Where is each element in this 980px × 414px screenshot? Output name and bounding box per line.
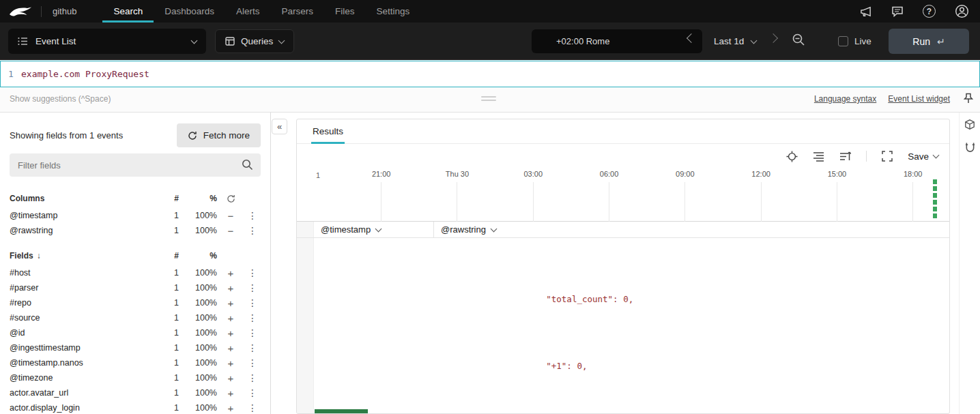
live-checkbox[interactable] — [838, 36, 848, 46]
field-menu-icon[interactable]: ⋮ — [244, 268, 261, 278]
editor-resize-handle[interactable] — [481, 96, 496, 103]
nav-item[interactable]: Parsers — [271, 0, 325, 23]
toolbar-divider — [866, 151, 867, 162]
field-menu-icon[interactable]: ⋮ — [244, 328, 261, 338]
field-row[interactable]: @id 1 100% + ⋮ — [10, 325, 261, 340]
field-row[interactable]: actor.display_login 1 100% + ⋮ — [10, 400, 261, 414]
field-row[interactable]: @ingesttimestamp 1 100% + ⋮ — [10, 340, 261, 355]
add-column-button[interactable]: + — [217, 298, 244, 308]
time-forward-icon[interactable] — [768, 33, 778, 43]
field-row[interactable]: #host 1 100% + ⋮ — [10, 265, 261, 280]
enter-key-icon: ↵ — [937, 36, 945, 47]
search-toolbar: Event List Queries +02:00 Rome Last 1d L… — [0, 23, 980, 60]
field-menu-icon[interactable]: ⋮ — [244, 283, 261, 293]
crosshair-icon[interactable] — [786, 151, 798, 162]
fetch-more-button[interactable]: Fetch more — [177, 123, 261, 147]
field-menu-icon[interactable]: ⋮ — [244, 298, 261, 308]
field-menu-icon[interactable]: ⋮ — [244, 388, 261, 398]
add-column-button[interactable]: + — [217, 388, 244, 398]
save-button[interactable]: Save — [908, 151, 938, 162]
field-menu-icon[interactable]: ⋮ — [244, 211, 261, 220]
nav-item[interactable]: Dashboards — [154, 0, 225, 23]
column-header-rawstring[interactable]: @rawstring — [434, 222, 949, 237]
help-icon[interactable]: ? — [923, 5, 936, 18]
field-row[interactable]: actor.avatar_url 1 100% + ⋮ — [10, 385, 261, 400]
field-name: @timestamp.nanos — [10, 358, 157, 368]
tab-results[interactable]: Results — [311, 119, 345, 144]
column-row[interactable]: @rawstring 1 100% − ⋮ — [10, 223, 261, 238]
field-menu-icon[interactable]: ⋮ — [244, 358, 261, 368]
field-menu-icon[interactable]: ⋮ — [244, 403, 261, 413]
feedback-chat-icon[interactable] — [891, 5, 904, 17]
announcements-icon[interactable] — [859, 5, 872, 17]
json-text: "total_count": 0, — [546, 294, 633, 304]
main-nav: Search Dashboards Alerts Parsers Files S… — [102, 0, 420, 23]
magnet-panel-icon[interactable] — [962, 140, 977, 155]
field-name: @id — [10, 328, 157, 338]
field-row[interactable]: #repo 1 100% + ⋮ — [10, 295, 261, 310]
fullscreen-icon[interactable] — [882, 151, 893, 162]
query-text[interactable]: example.com ProxyRequest — [21, 69, 149, 79]
column-header-timestamp[interactable]: @timestamp — [314, 222, 434, 237]
field-menu-icon[interactable]: ⋮ — [244, 343, 261, 353]
nav-item[interactable]: Alerts — [225, 0, 271, 23]
remove-column-button[interactable]: − — [217, 226, 244, 236]
queries-button[interactable]: Queries — [215, 29, 294, 53]
field-row[interactable]: #parser 1 100% + ⋮ — [10, 280, 261, 295]
falcon-logo-icon[interactable] — [0, 0, 41, 23]
zoom-out-icon[interactable] — [792, 33, 805, 46]
field-menu-icon[interactable]: ⋮ — [244, 226, 261, 235]
row-density-icon[interactable] — [813, 151, 824, 162]
add-column-button[interactable]: + — [217, 358, 244, 368]
field-row[interactable]: @timestamp.nanos 1 100% + ⋮ — [10, 355, 261, 370]
sort-order-icon[interactable] — [839, 151, 851, 162]
refresh-columns-icon[interactable] — [227, 194, 235, 203]
time-range-select[interactable]: Last 1d — [710, 29, 760, 53]
field-row[interactable]: #source 1 100% + ⋮ — [10, 310, 261, 325]
nav-item[interactable]: Search — [102, 0, 154, 23]
add-column-button[interactable]: + — [217, 268, 244, 278]
field-count: 1 — [157, 226, 179, 235]
next-event-timestamp-highlight — [315, 409, 368, 413]
chevron-down-icon — [191, 37, 198, 44]
view-type-select[interactable]: Event List — [8, 29, 206, 54]
events-timeline-chart[interactable]: 1 21:00 Thu 30 03:00 06:00 — [297, 168, 949, 222]
add-column-button[interactable]: + — [217, 403, 244, 413]
results-tabs: Results — [297, 119, 949, 144]
field-count: 1 — [157, 328, 179, 338]
language-syntax-link[interactable]: Language syntax — [814, 94, 876, 104]
run-button[interactable]: Run ↵ — [889, 29, 969, 54]
add-column-button[interactable]: + — [217, 313, 244, 323]
add-column-button[interactable]: + — [217, 283, 244, 293]
field-percent: 100% — [179, 388, 217, 398]
pin-editor-icon[interactable] — [964, 93, 973, 104]
fields-rows: #host 1 100% + ⋮ #parser 1 100% + ⋮ #rep… — [10, 265, 261, 414]
collapse-panel-button[interactable]: « — [272, 119, 287, 134]
user-avatar[interactable] — [955, 4, 969, 18]
sort-descending-icon[interactable]: ↓ — [37, 251, 41, 261]
column-row[interactable]: @timestamp 1 100% − ⋮ — [10, 208, 261, 223]
field-percent: 100% — [179, 268, 217, 278]
tick-label: 09:00 — [647, 170, 723, 178]
add-column-button[interactable]: + — [217, 343, 244, 353]
navbar-right-icons: ? — [859, 4, 980, 18]
chevron-down-icon[interactable] — [375, 225, 382, 232]
live-toggle[interactable]: Live — [838, 36, 871, 46]
field-row[interactable]: @timezone 1 100% + ⋮ — [10, 370, 261, 385]
add-column-button[interactable]: + — [217, 373, 244, 383]
histogram-bar — [933, 193, 937, 198]
nav-item[interactable]: Settings — [366, 0, 421, 23]
remove-column-button[interactable]: − — [217, 211, 244, 221]
field-menu-icon[interactable]: ⋮ — [244, 313, 261, 323]
repository-name[interactable]: github — [53, 6, 76, 16]
query-editor[interactable]: 1 example.com ProxyRequest — [0, 61, 980, 87]
event-list-widget-link[interactable]: Event List widget — [888, 94, 950, 104]
nav-item[interactable]: Files — [324, 0, 366, 23]
package-panel-icon[interactable] — [962, 117, 977, 132]
field-name: #host — [10, 268, 157, 278]
field-menu-icon[interactable]: ⋮ — [244, 373, 261, 383]
add-column-button[interactable]: + — [217, 328, 244, 338]
chevron-down-icon[interactable] — [490, 225, 497, 232]
timezone-select[interactable]: +02:00 Rome — [532, 29, 702, 53]
filter-fields-input[interactable] — [10, 153, 261, 177]
